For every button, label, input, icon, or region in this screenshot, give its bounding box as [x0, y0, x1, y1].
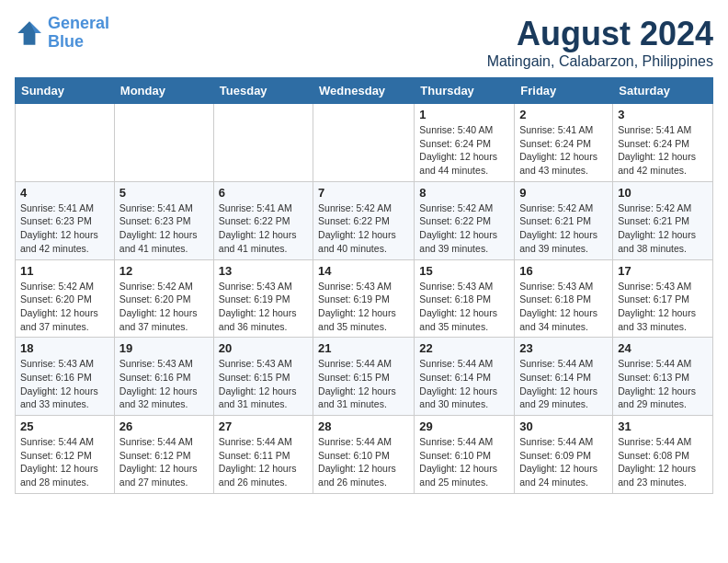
- day-header-friday: Friday: [515, 78, 613, 104]
- day-number: 19: [119, 341, 209, 355]
- day-number: 9: [519, 186, 608, 200]
- calendar-cell: 21Sunrise: 5:44 AM Sunset: 6:15 PM Dayli…: [313, 338, 415, 416]
- day-info: Sunrise: 5:41 AM Sunset: 6:24 PM Dayligh…: [618, 123, 708, 178]
- calendar-cell: 7Sunrise: 5:42 AM Sunset: 6:22 PM Daylig…: [313, 181, 415, 259]
- day-info: Sunrise: 5:44 AM Sunset: 6:10 PM Dayligh…: [419, 435, 509, 489]
- calendar-cell: 1Sunrise: 5:40 AM Sunset: 6:24 PM Daylig…: [415, 104, 515, 182]
- day-number: 23: [519, 341, 608, 355]
- day-number: 20: [219, 341, 308, 355]
- calendar-cell: 8Sunrise: 5:42 AM Sunset: 6:22 PM Daylig…: [415, 181, 515, 259]
- day-number: 4: [20, 186, 109, 200]
- day-number: 28: [318, 419, 409, 433]
- day-number: 30: [519, 419, 608, 433]
- day-number: 5: [119, 186, 209, 200]
- calendar-cell: 10Sunrise: 5:42 AM Sunset: 6:21 PM Dayli…: [613, 181, 713, 259]
- day-info: Sunrise: 5:41 AM Sunset: 6:24 PM Dayligh…: [519, 123, 608, 178]
- calendar-cell: 16Sunrise: 5:43 AM Sunset: 6:18 PM Dayli…: [515, 259, 613, 338]
- day-header-monday: Monday: [114, 78, 213, 104]
- calendar-table: SundayMondayTuesdayWednesdayThursdayFrid…: [15, 77, 713, 494]
- day-info: Sunrise: 5:44 AM Sunset: 6:14 PM Dayligh…: [419, 357, 509, 411]
- calendar-week-5: 25Sunrise: 5:44 AM Sunset: 6:12 PM Dayli…: [16, 416, 713, 494]
- day-info: Sunrise: 5:44 AM Sunset: 6:14 PM Dayligh…: [519, 357, 608, 411]
- day-info: Sunrise: 5:42 AM Sunset: 6:21 PM Dayligh…: [519, 201, 608, 256]
- day-number: 22: [419, 341, 509, 355]
- day-info: Sunrise: 5:44 AM Sunset: 6:13 PM Dayligh…: [618, 357, 708, 411]
- day-number: 25: [20, 419, 109, 433]
- calendar-cell: 3Sunrise: 5:41 AM Sunset: 6:24 PM Daylig…: [613, 104, 713, 182]
- logo: General Blue: [15, 15, 109, 52]
- day-info: Sunrise: 5:43 AM Sunset: 6:16 PM Dayligh…: [119, 357, 209, 411]
- calendar-week-2: 4Sunrise: 5:41 AM Sunset: 6:23 PM Daylig…: [16, 181, 713, 259]
- day-info: Sunrise: 5:44 AM Sunset: 6:11 PM Dayligh…: [219, 435, 308, 489]
- calendar-cell: [213, 104, 313, 182]
- calendar-cell: 5Sunrise: 5:41 AM Sunset: 6:23 PM Daylig…: [114, 181, 213, 259]
- day-info: Sunrise: 5:43 AM Sunset: 6:18 PM Dayligh…: [419, 280, 509, 334]
- day-info: Sunrise: 5:43 AM Sunset: 6:19 PM Dayligh…: [318, 280, 409, 334]
- calendar-cell: 28Sunrise: 5:44 AM Sunset: 6:10 PM Dayli…: [313, 416, 415, 494]
- day-info: Sunrise: 5:43 AM Sunset: 6:16 PM Dayligh…: [20, 357, 109, 411]
- day-number: 1: [419, 108, 509, 121]
- calendar-cell: 4Sunrise: 5:41 AM Sunset: 6:23 PM Daylig…: [16, 181, 115, 259]
- logo-text: General Blue: [48, 15, 109, 52]
- day-info: Sunrise: 5:43 AM Sunset: 6:19 PM Dayligh…: [219, 280, 308, 334]
- day-info: Sunrise: 5:43 AM Sunset: 6:15 PM Dayligh…: [219, 357, 308, 411]
- day-info: Sunrise: 5:41 AM Sunset: 6:23 PM Dayligh…: [119, 201, 209, 256]
- subtitle: Matingain, Calabarzon, Philippines: [487, 53, 713, 70]
- calendar-cell: 14Sunrise: 5:43 AM Sunset: 6:19 PM Dayli…: [313, 259, 415, 338]
- calendar-cell: [16, 104, 115, 182]
- day-header-tuesday: Tuesday: [213, 78, 313, 104]
- day-header-sunday: Sunday: [16, 78, 115, 104]
- day-header-wednesday: Wednesday: [313, 78, 415, 104]
- day-number: 26: [119, 419, 209, 433]
- day-info: Sunrise: 5:43 AM Sunset: 6:18 PM Dayligh…: [519, 280, 608, 334]
- main-title: August 2024: [487, 15, 713, 53]
- day-info: Sunrise: 5:42 AM Sunset: 6:20 PM Dayligh…: [119, 280, 209, 334]
- day-info: Sunrise: 5:44 AM Sunset: 6:09 PM Dayligh…: [519, 435, 608, 489]
- day-info: Sunrise: 5:44 AM Sunset: 6:12 PM Dayligh…: [119, 435, 209, 489]
- day-header-saturday: Saturday: [613, 78, 713, 104]
- calendar-cell: 17Sunrise: 5:43 AM Sunset: 6:17 PM Dayli…: [613, 259, 713, 338]
- day-info: Sunrise: 5:44 AM Sunset: 6:08 PM Dayligh…: [618, 435, 708, 489]
- day-info: Sunrise: 5:44 AM Sunset: 6:10 PM Dayligh…: [318, 435, 409, 489]
- logo-icon: [15, 18, 44, 48]
- day-number: 15: [419, 264, 509, 278]
- calendar-cell: 19Sunrise: 5:43 AM Sunset: 6:16 PM Dayli…: [114, 338, 213, 416]
- day-number: 8: [419, 186, 509, 200]
- calendar-cell: 31Sunrise: 5:44 AM Sunset: 6:08 PM Dayli…: [613, 416, 713, 494]
- calendar-cell: [114, 104, 213, 182]
- calendar-cell: 29Sunrise: 5:44 AM Sunset: 6:10 PM Dayli…: [415, 416, 515, 494]
- calendar-cell: 22Sunrise: 5:44 AM Sunset: 6:14 PM Dayli…: [415, 338, 515, 416]
- day-info: Sunrise: 5:44 AM Sunset: 6:15 PM Dayligh…: [318, 357, 409, 411]
- day-info: Sunrise: 5:42 AM Sunset: 6:20 PM Dayligh…: [20, 280, 109, 334]
- day-number: 3: [618, 108, 708, 121]
- day-info: Sunrise: 5:43 AM Sunset: 6:17 PM Dayligh…: [618, 280, 708, 334]
- day-number: 13: [219, 264, 308, 278]
- day-number: 11: [20, 264, 109, 278]
- calendar-cell: 26Sunrise: 5:44 AM Sunset: 6:12 PM Dayli…: [114, 416, 213, 494]
- calendar-cell: [313, 104, 415, 182]
- calendar-cell: 15Sunrise: 5:43 AM Sunset: 6:18 PM Dayli…: [415, 259, 515, 338]
- day-info: Sunrise: 5:42 AM Sunset: 6:21 PM Dayligh…: [618, 201, 708, 256]
- calendar-cell: 9Sunrise: 5:42 AM Sunset: 6:21 PM Daylig…: [515, 181, 613, 259]
- calendar-cell: 24Sunrise: 5:44 AM Sunset: 6:13 PM Dayli…: [613, 338, 713, 416]
- day-number: 18: [20, 341, 109, 355]
- day-number: 14: [318, 264, 409, 278]
- day-header-thursday: Thursday: [415, 78, 515, 104]
- page-header: General Blue August 2024 Matingain, Cala…: [15, 15, 713, 70]
- calendar-cell: 13Sunrise: 5:43 AM Sunset: 6:19 PM Dayli…: [213, 259, 313, 338]
- calendar-cell: 20Sunrise: 5:43 AM Sunset: 6:15 PM Dayli…: [213, 338, 313, 416]
- calendar-cell: 18Sunrise: 5:43 AM Sunset: 6:16 PM Dayli…: [16, 338, 115, 416]
- day-number: 2: [519, 108, 608, 121]
- day-info: Sunrise: 5:42 AM Sunset: 6:22 PM Dayligh…: [318, 201, 409, 256]
- day-number: 27: [219, 419, 308, 433]
- day-number: 21: [318, 341, 409, 355]
- calendar-cell: 12Sunrise: 5:42 AM Sunset: 6:20 PM Dayli…: [114, 259, 213, 338]
- calendar-week-4: 18Sunrise: 5:43 AM Sunset: 6:16 PM Dayli…: [16, 338, 713, 416]
- day-number: 7: [318, 186, 409, 200]
- calendar-week-1: 1Sunrise: 5:40 AM Sunset: 6:24 PM Daylig…: [16, 104, 713, 182]
- calendar-cell: 23Sunrise: 5:44 AM Sunset: 6:14 PM Dayli…: [515, 338, 613, 416]
- day-info: Sunrise: 5:44 AM Sunset: 6:12 PM Dayligh…: [20, 435, 109, 489]
- title-block: August 2024 Matingain, Calabarzon, Phili…: [487, 15, 713, 70]
- day-number: 12: [119, 264, 209, 278]
- day-number: 17: [618, 264, 708, 278]
